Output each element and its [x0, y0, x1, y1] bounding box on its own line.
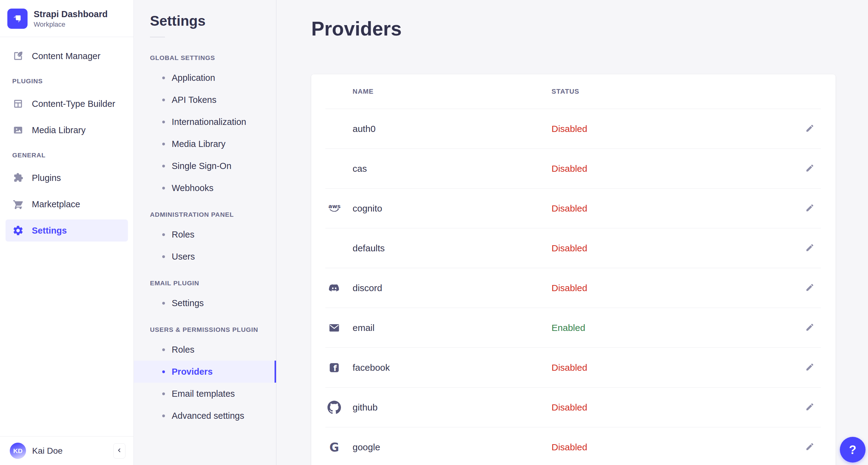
pencil-icon [805, 323, 814, 333]
gear-icon [12, 225, 24, 236]
subnav-item-up-roles[interactable]: Roles [134, 339, 276, 361]
sidebar-section-plugins: PLUGINS [12, 78, 128, 85]
main-sidebar: Strapi Dashboard Workplace Content Manag… [0, 0, 134, 465]
settings-subnav: Settings GLOBAL SETTINGS Application API… [134, 0, 276, 465]
bullet-icon [162, 370, 165, 373]
subnav-item-internationalization[interactable]: Internationalization [134, 111, 276, 133]
svg-text:aws: aws [329, 203, 341, 209]
subnav-item-email-templates[interactable]: Email templates [134, 383, 276, 405]
sidebar-item-label: Media Library [32, 125, 86, 135]
sidebar-item-marketplace[interactable]: Marketplace [5, 193, 128, 215]
subnav-item-label: Advanced settings [172, 411, 244, 421]
help-button[interactable]: ? [840, 437, 866, 463]
pencil-icon [805, 124, 814, 134]
layout-icon [12, 98, 24, 110]
feather-icon [12, 50, 24, 62]
svg-text:G: G [329, 440, 339, 454]
subnav-item-label: Providers [172, 367, 213, 377]
puzzle-icon [12, 172, 24, 184]
subnav-item-media-library[interactable]: Media Library [134, 133, 276, 155]
sidebar-item-content-manager[interactable]: Content Manager [5, 45, 128, 67]
status-badge: Disabled [552, 442, 587, 452]
table-row-github[interactable]: github Disabled [326, 388, 821, 427]
table-row-cognito[interactable]: aws cognito Disabled [326, 189, 821, 228]
subnav-item-admin-users[interactable]: Users [134, 246, 276, 268]
workspace-subtitle: Workplace [34, 20, 108, 29]
facebook-icon: f [326, 361, 352, 374]
status-badge: Enabled [552, 323, 585, 333]
subnav-item-label: Single Sign-On [172, 161, 231, 171]
bullet-icon [162, 165, 165, 167]
status-badge: Disabled [552, 163, 587, 174]
status-badge: Disabled [552, 283, 587, 293]
table-row-auth0[interactable]: auth0 Disabled [326, 109, 821, 149]
status-badge: Disabled [552, 124, 587, 134]
chevron-left-icon [117, 447, 122, 454]
subnav-item-webhooks[interactable]: Webhooks [134, 177, 276, 199]
edit-provider-button[interactable] [803, 321, 816, 335]
workspace-brand[interactable]: Strapi Dashboard Workplace [0, 0, 133, 37]
status-badge: Disabled [552, 363, 587, 373]
status-badge: Disabled [552, 402, 587, 412]
sidebar-item-label: Marketplace [32, 199, 80, 209]
subnav-item-email-settings[interactable]: Settings [134, 292, 276, 314]
subnav-item-api-tokens[interactable]: API Tokens [134, 89, 276, 111]
sidebar-item-media-library[interactable]: Media Library [5, 119, 128, 141]
github-icon [326, 401, 352, 414]
user-name: Kai Doe [32, 446, 63, 456]
sidebar-item-label: Plugins [32, 173, 61, 183]
edit-provider-button[interactable] [803, 202, 816, 215]
subnav-title: Settings [150, 13, 276, 29]
envelope-icon [326, 321, 352, 335]
workspace-title: Strapi Dashboard [34, 8, 108, 20]
strapi-logo-icon [7, 8, 28, 29]
edit-provider-button[interactable] [803, 241, 816, 255]
subnav-item-providers[interactable]: Providers [134, 361, 276, 383]
bullet-icon [162, 187, 165, 189]
table-row-facebook[interactable]: f facebook Disabled [326, 348, 821, 388]
table-row-discord[interactable]: discord Disabled [326, 268, 821, 308]
google-icon: G [326, 440, 352, 454]
collapse-sidebar-button[interactable] [113, 443, 125, 459]
providers-table-card: NAME STATUS auth0 Disabled cas Disabled [311, 74, 836, 465]
subnav-item-label: API Tokens [172, 95, 216, 105]
subnav-item-label: Roles [172, 229, 194, 240]
edit-provider-button[interactable] [803, 122, 816, 135]
provider-name: google [352, 442, 380, 453]
edit-provider-button[interactable] [803, 281, 816, 295]
svg-text:f: f [333, 364, 337, 373]
sidebar-footer: KD Kai Doe [0, 436, 133, 465]
provider-name: auth0 [352, 124, 376, 134]
subnav-title-divider [150, 37, 165, 37]
edit-provider-button[interactable] [803, 162, 816, 176]
table-row-google[interactable]: G google Disabled [326, 427, 821, 465]
sidebar-item-plugins[interactable]: Plugins [5, 167, 128, 189]
sidebar-item-settings[interactable]: Settings [5, 219, 128, 242]
table-row-email[interactable]: email Enabled [326, 308, 821, 348]
subnav-item-application[interactable]: Application [134, 67, 276, 89]
table-row-defaults[interactable]: defaults Disabled [326, 228, 821, 268]
subnav-item-advanced-settings[interactable]: Advanced settings [134, 405, 276, 427]
pencil-icon [805, 363, 814, 373]
subnav-item-label: Email templates [172, 389, 235, 399]
edit-provider-button[interactable] [803, 440, 816, 454]
main-content: Providers NAME STATUS auth0 Disabled cas… [276, 0, 868, 465]
edit-provider-button[interactable] [803, 361, 816, 374]
subnav-section-administration-panel: ADMINISTRATION PANEL [150, 211, 276, 218]
user-avatar[interactable]: KD [10, 443, 26, 459]
provider-name: facebook [352, 363, 390, 373]
subnav-item-label: Settings [172, 298, 204, 308]
subnav-item-admin-roles[interactable]: Roles [134, 223, 276, 246]
bullet-icon [162, 99, 165, 101]
edit-provider-button[interactable] [803, 400, 816, 414]
subnav-item-label: Webhooks [172, 183, 214, 193]
bullet-icon [162, 348, 165, 351]
sidebar-item-content-type-builder[interactable]: Content-Type Builder [5, 93, 128, 115]
brand-text: Strapi Dashboard Workplace [34, 8, 108, 29]
pencil-icon [805, 243, 814, 253]
bullet-icon [162, 76, 165, 79]
subnav-item-single-sign-on[interactable]: Single Sign-On [134, 155, 276, 177]
bullet-icon [162, 255, 165, 258]
table-header-row: NAME STATUS [326, 74, 821, 109]
table-row-cas[interactable]: cas Disabled [326, 149, 821, 189]
